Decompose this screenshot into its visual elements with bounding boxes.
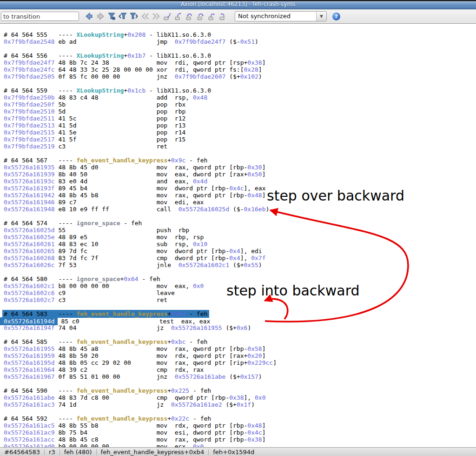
transition-number: # 64 564 592 ---- bbox=[4, 415, 77, 422]
transition-search-input[interactable] bbox=[1, 12, 79, 21]
navigate-forward-icon[interactable] bbox=[95, 11, 106, 21]
disasm-line[interactable]: 0x7f9bfdae24fc 64 48 33 3c 25 28 00 00 0… bbox=[4, 66, 476, 73]
disasm-line[interactable]: 0x55726a161964 48 39 c2cmp rdx, rax bbox=[4, 366, 476, 373]
disassembly-view[interactable]: # 64 564 555 ---- XLookupString+0x208 - … bbox=[0, 23, 476, 448]
instruction-address: 0x7f9bfdae2519 bbox=[4, 143, 55, 150]
chevron-down-icon[interactable]: ▼ bbox=[316, 12, 326, 21]
transition-block: # 64 564 567 ---- feh_event_handle_keypr… bbox=[4, 157, 476, 213]
disasm-line[interactable]: 0x55726a16026c 7f 53jnle 0x55726a1602c1 … bbox=[4, 262, 476, 268]
function-name: feh_event_handle_keypress bbox=[77, 387, 168, 394]
instruction-asm: sub rsp, 0x10 bbox=[157, 241, 208, 248]
disasm-line[interactable]: 0x55726a161935 48 8b 45 d0mov rax, qword… bbox=[4, 164, 476, 171]
step-over-forward-icon[interactable] bbox=[195, 11, 206, 21]
disasm-line[interactable]: 0x7f9bfdae2519 c3ret bbox=[4, 143, 476, 150]
disasm-line[interactable]: 0x55726a161ac9 8b 75 b4mov esi, dword pt… bbox=[4, 429, 476, 436]
disasm-line[interactable]: 0x55726a160261 48 83 ec 10sub rsp, 0x10 bbox=[4, 241, 476, 248]
transition-header[interactable]: # 64 564 580 ---- ignore_space+0x64 - fe… bbox=[4, 275, 476, 282]
instruction-asm: mov rax, qword ptr [rbp-0x30] bbox=[157, 164, 266, 171]
statusbar-item: r3 bbox=[45, 448, 60, 456]
transition-header[interactable]: # 64 564 559 ---- XLookupString+0x1cb - … bbox=[4, 87, 476, 94]
instruction-address: 0x7f9bfdae2505 bbox=[4, 73, 55, 80]
transition-number: # 64 564 559 ---- bbox=[4, 87, 77, 94]
disasm-line[interactable]: 0x55726a16193c 83 e0 4dand eax, 0x4d bbox=[4, 178, 476, 185]
disasm-line[interactable]: 0x55726a16194f 74 04jz 0x55726a161955 ($… bbox=[4, 324, 476, 331]
disasm-line[interactable]: 0x55726a161942 48 8b 45 b8mov rax, qword… bbox=[4, 192, 476, 199]
transition-header[interactable]: # 64 564 585 ---- feh_event_handle_keypr… bbox=[4, 338, 476, 345]
continue-forward-icon[interactable] bbox=[151, 11, 162, 21]
disasm-line[interactable]: 0x55726a1602c6 c9leave bbox=[4, 289, 476, 296]
disasm-line[interactable]: 0x55726a161955 48 8b 45 a8mov rax, qword… bbox=[4, 345, 476, 352]
prev-transition-filter-icon[interactable] bbox=[117, 11, 128, 21]
instruction-bytes: e8 10 e9 ff ff bbox=[58, 206, 156, 213]
continue-backward-icon[interactable] bbox=[139, 11, 151, 21]
instruction-bytes: 83 e0 4d bbox=[58, 178, 156, 185]
disasm-line[interactable]: 0x55726a16195d 48 8b 05 cc 29 02 00mov r… bbox=[4, 359, 476, 366]
transition-header[interactable]: # 64 564 574 ---- ignore_space - feh bbox=[4, 220, 476, 227]
navigate-back-icon[interactable] bbox=[84, 11, 95, 21]
disasm-line[interactable]: 0x55726a161959 48 8b 50 20mov rdx, qword… bbox=[4, 352, 476, 359]
disasm-line[interactable]: 0x7f9bfdae2511 41 5cpop r12 bbox=[4, 115, 476, 122]
instruction-address: 0x55726a161935 bbox=[4, 164, 55, 171]
disasm-line[interactable]: 0x55726a16193f 89 45 b4mov dword ptr [rb… bbox=[4, 185, 476, 192]
transition-header[interactable]: # 64 564 555 ---- XLookupString+0x208 - … bbox=[4, 31, 476, 38]
disasm-line[interactable]: 0x7f9bfdae2517 41 5fpop r15 bbox=[4, 136, 476, 143]
step-into-backward-icon[interactable] bbox=[162, 11, 173, 21]
transition-header[interactable]: # 64 564 567 ---- feh_event_handle_keypr… bbox=[4, 157, 476, 164]
toolbar-icons bbox=[84, 11, 229, 21]
disasm-line[interactable]: 0x55726a161946 89 c7mov edi, eax bbox=[4, 199, 476, 206]
disasm-line[interactable]: 0x7f9bfdae2510 5dpop rbp bbox=[4, 108, 476, 115]
instruction-address: 0x55726a16195d bbox=[4, 359, 55, 366]
disasm-line[interactable]: 0x55726a161967 0f 85 51 01 00 00jnz 0x55… bbox=[4, 373, 476, 380]
transition-header[interactable]: # 64 564 590 ---- feh_event_handle_keypr… bbox=[4, 387, 476, 394]
instruction-address: 0x7f9bfdae2548 bbox=[4, 38, 55, 45]
disasm-line[interactable]: 0x55726a161ac3 74 1djz 0x55726a161ae2 ($… bbox=[4, 401, 476, 408]
disasm-line[interactable]: 0x55726a1602c1 b8 00 00 00 00mov eax, 0x… bbox=[4, 282, 476, 289]
help-icon[interactable]: ? bbox=[332, 13, 340, 20]
disasm-line[interactable]: 0x55726a161948 e8 10 e9 ff ffcall 0x5572… bbox=[4, 206, 476, 213]
next-transition-filter-icon[interactable] bbox=[128, 11, 139, 21]
disasm-line[interactable]: 0x7f9bfdae2505 0f 85 fc 00 00 00jnz 0x7f… bbox=[4, 73, 476, 80]
instruction-bytes: 41 5e bbox=[58, 129, 156, 136]
disasm-line[interactable]: 0x7f9bfdae24f7 48 8b 7c 24 38mov rdi, qw… bbox=[4, 59, 476, 66]
disasm-line[interactable]: 0x55726a161abe 48 83 7d c8 00cmp qword p… bbox=[4, 394, 476, 401]
instruction-bytes: c9 bbox=[58, 289, 156, 296]
instruction-bytes: 41 5c bbox=[58, 115, 156, 122]
instruction-address: 0x7f9bfdae24fc bbox=[4, 66, 55, 73]
step-out-backward-icon[interactable] bbox=[206, 11, 218, 21]
disasm-line[interactable]: 0x7f9bfdae250b 48 83 c4 48add rsp, 0x48 bbox=[4, 94, 476, 101]
instruction-bytes: 74 1d bbox=[58, 401, 156, 408]
disasm-line[interactable]: 0x55726a161939 8b 40 50mov eax, dword pt… bbox=[4, 171, 476, 178]
disasm-line[interactable]: 0x55726a16194d 85 c0test eax, eax bbox=[4, 317, 476, 324]
transition-header[interactable]: # 64 564 592 ---- feh_event_handle_keypr… bbox=[4, 415, 476, 422]
disasm-line[interactable]: 0x7f9bfdae2515 41 5epop r14 bbox=[4, 129, 476, 136]
disasm-line[interactable]: 0x7f9bfdae2548 eb adjmp 0x7f9bfdae24f7 (… bbox=[4, 38, 476, 45]
instruction-address: 0x55726a1602c1 bbox=[4, 282, 55, 289]
transition-header[interactable]: # 64 564 556 ---- XLookupString+0x1b7 - … bbox=[4, 52, 476, 59]
disasm-line[interactable]: 0x55726a160268 83 7d fc 7fcmp dword ptr … bbox=[4, 255, 476, 262]
disasm-line[interactable]: 0x55726a161acc 48 8b 45 c8mov rax, qword… bbox=[4, 436, 476, 443]
transition-offset: 0x225 bbox=[171, 387, 189, 394]
transition-header[interactable]: # 64 564 583 ---- feh_event_handle_keypr… bbox=[4, 310, 476, 317]
disasm-line[interactable]: 0x55726a1602c7 c3ret bbox=[4, 296, 476, 303]
instruction-asm: pop r13 bbox=[157, 122, 186, 129]
module-name: - feh bbox=[189, 387, 211, 394]
disasm-line[interactable]: 0x55726a160265 89 7d fcmov dword ptr [rb… bbox=[4, 248, 476, 255]
sync-dropdown[interactable]: Not synchronized ▼ bbox=[235, 11, 327, 21]
disasm-line[interactable]: 0x7f9bfdae250f 5bpop rbx bbox=[4, 101, 476, 108]
step-out-forward-icon[interactable] bbox=[218, 11, 229, 21]
step-into-forward-icon[interactable] bbox=[173, 11, 184, 21]
instruction-asm: jnz 0x7f9bfdae2607 ($+0x102) bbox=[157, 73, 262, 80]
instruction-asm: mov edi, eax bbox=[157, 199, 204, 206]
instruction-asm: pop rbx bbox=[157, 101, 186, 108]
instruction-address: 0x7f9bfdae2513 bbox=[4, 122, 55, 129]
module-name: - libX11.so.6.3.0 bbox=[145, 52, 211, 59]
disasm-line[interactable]: 0x55726a16025d 55push rbp bbox=[4, 227, 476, 234]
disasm-line[interactable]: 0x55726a161ac5 48 8b 55 b8mov rdx, qword… bbox=[4, 422, 476, 429]
disasm-line[interactable]: 0x55726a16025e 48 89 e5mov rbp, rsp bbox=[4, 234, 476, 241]
status-bar: #64564583r3feh (480)feh_event_handle_key… bbox=[0, 447, 476, 456]
run-to-transition-filter-icon[interactable] bbox=[106, 11, 117, 21]
transition-offset: 0x208 bbox=[127, 31, 145, 38]
instruction-bytes: 74 04 bbox=[58, 324, 156, 331]
step-over-backward-icon[interactable] bbox=[184, 11, 195, 21]
disasm-line[interactable]: 0x7f9bfdae2513 41 5dpop r13 bbox=[4, 122, 476, 129]
